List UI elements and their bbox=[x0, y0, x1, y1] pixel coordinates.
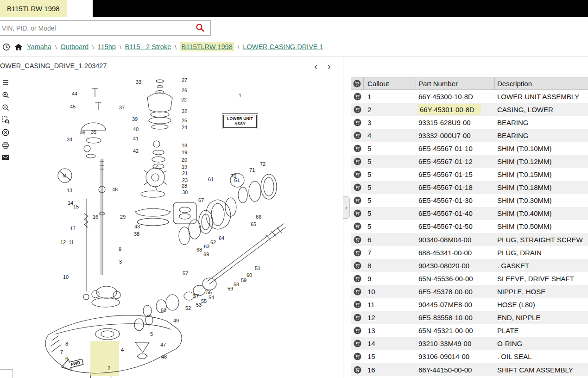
search-input[interactable] bbox=[0, 20, 211, 36]
description-column-header[interactable]: Description bbox=[495, 77, 588, 89]
table-row[interactable]: 1365N-45321-00-00PLATE bbox=[351, 324, 588, 337]
cart-column-header[interactable] bbox=[351, 77, 364, 89]
add-to-cart-button[interactable] bbox=[351, 249, 364, 257]
diagram-callout[interactable]: 5 bbox=[150, 331, 153, 337]
diagram-callout[interactable]: 46 bbox=[112, 187, 118, 192]
diagram-callout[interactable]: 52 bbox=[185, 305, 191, 311]
add-to-cart-button[interactable] bbox=[351, 275, 364, 283]
diagram-callout[interactable]: 37 bbox=[119, 105, 125, 110]
diagram-callout[interactable]: 69 bbox=[203, 252, 209, 257]
diagram-callout[interactable]: 49 bbox=[173, 318, 179, 323]
diagram-callout[interactable]: 60 bbox=[247, 272, 252, 278]
add-to-cart-button[interactable] bbox=[351, 132, 364, 139]
breadcrumb-link[interactable]: LOWER CASING DRIVE 1 bbox=[243, 43, 323, 50]
home-icon[interactable] bbox=[14, 43, 23, 51]
menu-icon[interactable] bbox=[1, 78, 10, 87]
diagram-callout[interactable]: 11 bbox=[69, 239, 74, 245]
email-icon[interactable] bbox=[1, 153, 10, 162]
diagram-callout[interactable]: 32 bbox=[182, 108, 187, 114]
diagram-callout[interactable]: 12 bbox=[60, 239, 66, 245]
breadcrumb-link[interactable]: B115 - 2 Stroke bbox=[125, 43, 171, 50]
diagram-callout[interactable]: 27 bbox=[182, 77, 187, 83]
add-to-cart-button[interactable] bbox=[351, 262, 364, 270]
table-row[interactable]: 690340-08M04-00PLUG, STRAIGHT SCREW bbox=[351, 233, 588, 246]
callout-column-header[interactable]: Callout bbox=[364, 77, 416, 89]
breadcrumb-link[interactable]: 115hp bbox=[98, 43, 116, 50]
diagram-callout[interactable]: 4 bbox=[121, 347, 124, 353]
breadcrumb-link[interactable]: Outboard bbox=[61, 43, 89, 50]
diagram-callout[interactable]: 61 bbox=[208, 176, 214, 182]
diagram-callout[interactable]: 54 bbox=[209, 295, 214, 300]
diagram-callout[interactable]: 57 bbox=[193, 293, 199, 299]
add-to-cart-button[interactable] bbox=[351, 236, 364, 244]
diagram-callout[interactable]: 23 bbox=[182, 177, 188, 183]
diagram-callout[interactable]: 8 bbox=[65, 341, 68, 346]
diagram-callout[interactable]: 51 bbox=[255, 265, 260, 271]
previous-diagram-button[interactable]: ‹ bbox=[312, 61, 319, 71]
diagram-callout[interactable]: 28 bbox=[182, 183, 187, 189]
add-to-cart-button[interactable] bbox=[351, 196, 364, 204]
zoom-out-icon[interactable] bbox=[1, 103, 10, 112]
zoom-in-icon[interactable] bbox=[1, 91, 10, 99]
diagram-callout[interactable]: 39 bbox=[132, 116, 138, 122]
diagram-callout[interactable]: 65 bbox=[251, 221, 256, 227]
diagram-callout[interactable]: 1 bbox=[239, 93, 241, 98]
table-row[interactable]: 1493210-33M49-00O-RING bbox=[351, 337, 588, 350]
diagram-callout[interactable]: 40 bbox=[133, 126, 139, 132]
next-diagram-button[interactable]: › bbox=[326, 61, 333, 71]
table-row[interactable]: 126E5-83558-10-00END, NIPPLE bbox=[351, 311, 588, 324]
diagram-callout[interactable]: 62 bbox=[210, 239, 216, 245]
add-to-cart-button[interactable] bbox=[351, 353, 364, 360]
table-row[interactable]: 56E5-45567-01-40SHIM (T:0.40MM) bbox=[351, 207, 588, 220]
diagram-callout[interactable]: 19 bbox=[182, 150, 187, 155]
diagram-callout[interactable]: 7 bbox=[60, 349, 63, 355]
diagram-callout[interactable]: 15 bbox=[73, 204, 79, 209]
diagram-callout[interactable]: 33 bbox=[136, 79, 141, 85]
breadcrumb-link[interactable]: Yamaha bbox=[27, 43, 51, 50]
diagram-callout[interactable]: 59 bbox=[228, 286, 233, 291]
add-to-cart-button[interactable] bbox=[351, 327, 364, 334]
diagram-callout[interactable]: 59 bbox=[241, 277, 247, 283]
diagram-callout[interactable]: 25 bbox=[182, 118, 187, 123]
add-to-cart-button[interactable] bbox=[351, 222, 364, 230]
diagram-callout[interactable]: 9 bbox=[119, 246, 121, 252]
diagram-callout[interactable]: 47 bbox=[160, 342, 166, 347]
diagram-callout[interactable]: 17 bbox=[70, 226, 76, 231]
diagram-callout[interactable]: 30 bbox=[182, 189, 188, 195]
diagram-callout[interactable]: 45 bbox=[70, 104, 76, 109]
diagram-callout[interactable]: 42 bbox=[133, 148, 139, 154]
add-to-cart-button[interactable] bbox=[351, 183, 364, 191]
breadcrumb-link[interactable]: B115TLRW 1998 bbox=[180, 42, 234, 51]
diagram-callout[interactable]: 10 bbox=[63, 274, 69, 280]
table-row[interactable]: 393315-628U9-00BEARING bbox=[351, 116, 588, 129]
add-to-cart-button[interactable] bbox=[351, 106, 364, 113]
diagram-callout[interactable]: 70 bbox=[231, 173, 236, 179]
diagram-callout[interactable]: 22 bbox=[181, 97, 187, 102]
diagram-callout[interactable]: 38 bbox=[134, 231, 139, 237]
table-row[interactable]: 56E5-45567-01-30SHIM (T:0.30MM) bbox=[351, 194, 588, 207]
diagram-callout[interactable]: 35 bbox=[91, 129, 96, 135]
table-row[interactable]: 106E5-45378-00-00NIPPLE, HOSE bbox=[351, 285, 588, 298]
part-number-column-header[interactable]: Part Number bbox=[416, 77, 495, 89]
panel-splitter[interactable]: ‹ bbox=[343, 196, 350, 219]
diagram-callout[interactable]: 57 bbox=[183, 271, 188, 276]
diagram-callout[interactable]: 64 bbox=[219, 235, 224, 241]
add-to-cart-button[interactable] bbox=[351, 314, 364, 321]
diagram-callout[interactable]: 13 bbox=[67, 188, 72, 193]
table-row[interactable]: 56E5-45567-01-10SHIM (T:0.10MM) bbox=[351, 142, 588, 155]
table-row[interactable]: 890430-08020-00. GASKET bbox=[351, 259, 588, 272]
table-row[interactable]: 56E5-45567-01-12SHIM (T:0.12MM) bbox=[351, 155, 588, 168]
table-row[interactable]: 56E5-45567-01-18SHIM (T:0.18MM) bbox=[351, 181, 588, 194]
add-to-cart-button[interactable] bbox=[351, 209, 364, 217]
add-to-cart-button[interactable] bbox=[351, 340, 364, 347]
search-button[interactable] bbox=[195, 23, 206, 34]
table-row[interactable]: 965N-45536-00-00SLEEVE, DRIVE SHAFT bbox=[351, 272, 588, 285]
add-to-cart-button[interactable] bbox=[351, 288, 364, 296]
table-row[interactable]: 1190445-07ME8-00HOSE (L80) bbox=[351, 298, 588, 311]
diagram-canvas[interactable]: M GL 33274426122453732392524403536344118… bbox=[0, 75, 343, 378]
zoom-selection-icon[interactable] bbox=[1, 116, 10, 124]
print-icon[interactable] bbox=[1, 141, 10, 149]
diagram-callout[interactable]: 3 bbox=[119, 259, 122, 265]
diagram-callout[interactable]: 50 bbox=[161, 308, 166, 313]
table-row[interactable]: 56E5-45567-01-50SHIM (T:0.50MM) bbox=[351, 220, 588, 233]
